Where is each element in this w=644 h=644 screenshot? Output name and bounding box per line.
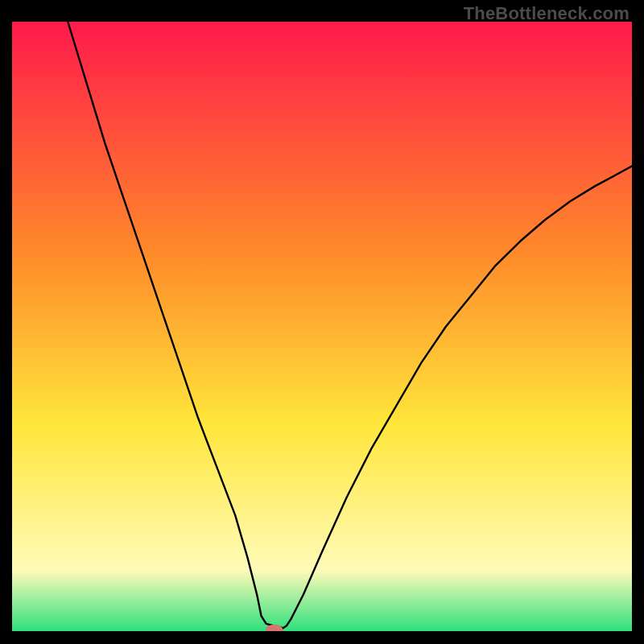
chart-container: TheBottleneck.com bbox=[0, 0, 644, 644]
gradient-background bbox=[12, 22, 632, 631]
plot-area bbox=[12, 22, 632, 631]
bottleneck-chart bbox=[12, 22, 632, 631]
